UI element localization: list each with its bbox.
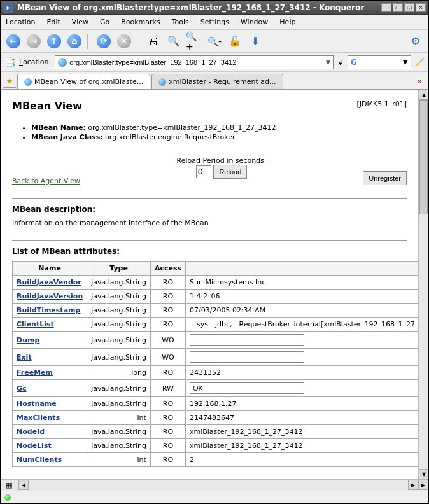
attr-access: RO (150, 397, 185, 411)
location-combo[interactable]: ▼ (55, 55, 334, 69)
vertical-scrollbar[interactable]: ▲ ▼ (418, 90, 428, 479)
close-tab-button[interactable]: ✕ (413, 75, 426, 88)
back-button[interactable]: ← (4, 32, 22, 50)
menu-window[interactable]: Window (241, 18, 268, 26)
zoom-out-button[interactable]: 🔍- (206, 32, 223, 50)
menu-bookmarks[interactable]: Bookmarks (121, 18, 160, 26)
app-icon: ▸ (3, 3, 13, 13)
attr-type: java.lang.String (87, 276, 151, 290)
menu-edit[interactable]: Edit (47, 18, 60, 26)
home-button[interactable]: ⌂ (66, 32, 83, 50)
attr-name-link[interactable]: NodeId (17, 428, 45, 436)
maximize-button[interactable]: ▢ (393, 3, 403, 12)
col-type: Type (87, 262, 151, 276)
search-dropdown-icon[interactable]: ▼ (403, 58, 408, 66)
attr-type: long (87, 366, 151, 380)
menu-location[interactable]: Location (6, 18, 36, 26)
attr-type: java.lang.String (87, 425, 151, 439)
scroll-right-button[interactable]: ▶ (408, 480, 418, 490)
location-dropdown-icon[interactable]: ▼ (326, 59, 330, 66)
attr-type: java.lang.String (87, 332, 151, 349)
attr-name-link[interactable]: BuildTimestamp (17, 306, 80, 314)
scroll-left-button[interactable]: ◀ (18, 480, 29, 490)
location-input[interactable] (69, 59, 326, 66)
minimize-button[interactable]: – (381, 3, 391, 12)
mbean-name-row: MBean Name: org.xmlBlaster:type=xmlBlast… (31, 123, 407, 132)
horizontal-scrollbar[interactable]: ◀ ▶ ▶ (18, 480, 428, 491)
menu-view[interactable]: View (72, 18, 88, 26)
attr-access: RO (150, 411, 185, 425)
attr-value-input[interactable] (190, 351, 304, 363)
hscroll-track[interactable] (29, 480, 408, 491)
menu-tools[interactable]: Tools (172, 18, 189, 26)
attr-name-link[interactable]: Gc (17, 384, 27, 393)
security-button[interactable]: 🔓 (226, 32, 244, 50)
attr-name-link[interactable]: NodeList (17, 442, 52, 450)
reload-period-input[interactable] (196, 165, 211, 178)
attr-name-link[interactable]: MaxClients (17, 414, 60, 422)
content-area: [JDMK5.1_r01] MBean View MBean Name: org… (1, 90, 428, 479)
attr-name-link[interactable]: BuildJavaVersion (17, 292, 83, 300)
download-button[interactable]: ⬇ (246, 32, 264, 50)
scroll-thumb[interactable] (419, 100, 428, 214)
table-row: BuildJavaVersionjava.lang.StringRO1.4.2_… (13, 290, 419, 304)
scroll-down-button[interactable]: ▼ (419, 469, 428, 479)
view-mode-button[interactable]: ▦ (1, 480, 18, 491)
tabbar: ★ MBean View of org.xmlBlaste...xmlBlast… (1, 72, 428, 90)
tab-1[interactable]: xmlBlaster - Requirement ad... (151, 74, 283, 89)
menu-go[interactable]: Go (100, 18, 109, 26)
table-row: Dumpjava.lang.StringWO (13, 332, 419, 349)
stop-button[interactable]: ✕ (115, 32, 133, 50)
attr-name-link[interactable]: NumClients (17, 456, 62, 464)
attr-value: Sun Microsystems Inc. (190, 278, 268, 286)
description-text: Information on the management interface … (12, 219, 407, 227)
print-button[interactable]: 🖨 (144, 32, 162, 50)
attr-type: java.lang.String (87, 290, 151, 304)
close-button[interactable]: ✕ (416, 3, 426, 12)
table-row: Exitjava.lang.StringWO (13, 349, 419, 366)
scroll-right-end-button[interactable]: ▶ (418, 480, 428, 490)
scroll-track[interactable] (419, 100, 428, 469)
col-name: Name (13, 262, 87, 276)
menu-help[interactable]: Help (279, 18, 295, 26)
reload-label: Reload Period in seconds: (80, 157, 363, 165)
scroll-up-button[interactable]: ▲ (419, 90, 428, 100)
reload-page-button[interactable]: Reload (213, 165, 247, 179)
attr-name-link[interactable]: ClientList (17, 320, 54, 328)
bookmark-icon[interactable]: 📑 (4, 57, 15, 67)
tab-0[interactable]: MBean View of org.xmlBlaste... (17, 74, 150, 89)
table-row: NodeListjava.lang.StringROxmlBlaster_192… (13, 439, 419, 453)
attr-name-link[interactable]: FreeMem (17, 368, 53, 377)
attr-value: 2147483647 (190, 414, 234, 422)
attr-name-link[interactable]: Exit (17, 353, 32, 361)
attr-name-link[interactable]: Hostname (17, 400, 57, 408)
find-button[interactable]: 🔍 (165, 32, 183, 50)
attr-value-input[interactable] (190, 382, 304, 394)
new-tab-button[interactable]: ★ (3, 75, 16, 88)
forward-button[interactable]: → (25, 32, 43, 50)
zoom-in-button[interactable]: 🔍+ (185, 32, 203, 50)
menu-settings[interactable]: Settings (200, 18, 229, 26)
attr-value: xmlBlaster_192_168_1_27_3412 (190, 428, 302, 436)
tab-label: MBean View of org.xmlBlaste... (34, 78, 143, 86)
attr-value-input[interactable] (190, 334, 304, 346)
back-to-agent-link[interactable]: Back to Agent View (12, 177, 80, 185)
attr-type: java.lang.String (87, 318, 151, 332)
clear-location-button[interactable]: 🧹 (415, 58, 425, 67)
go-button[interactable]: ↲ (337, 58, 344, 67)
attributes-heading: List of MBean attributes: (12, 247, 407, 256)
description-heading: MBean description: (12, 205, 407, 214)
table-header-row: Name Type Access (13, 262, 419, 276)
app-window: ▸ MBean View of org.xmlBlaster:type=xmlB… (0, 0, 429, 504)
attr-access: RO (150, 304, 185, 318)
restore-button[interactable]: ◱ (404, 3, 414, 12)
separator (12, 240, 407, 241)
search-combo[interactable]: G ▼ (348, 55, 411, 69)
attr-name-link[interactable]: BuildJavaVendor (17, 278, 81, 286)
attr-access: WO (150, 349, 185, 366)
reload-button[interactable]: ⟳ (95, 32, 113, 50)
unregister-button[interactable]: Unregister (363, 171, 407, 185)
attr-name-link[interactable]: Dump (17, 336, 39, 344)
attr-access: RO (150, 290, 185, 304)
up-button[interactable]: ↑ (45, 32, 63, 50)
